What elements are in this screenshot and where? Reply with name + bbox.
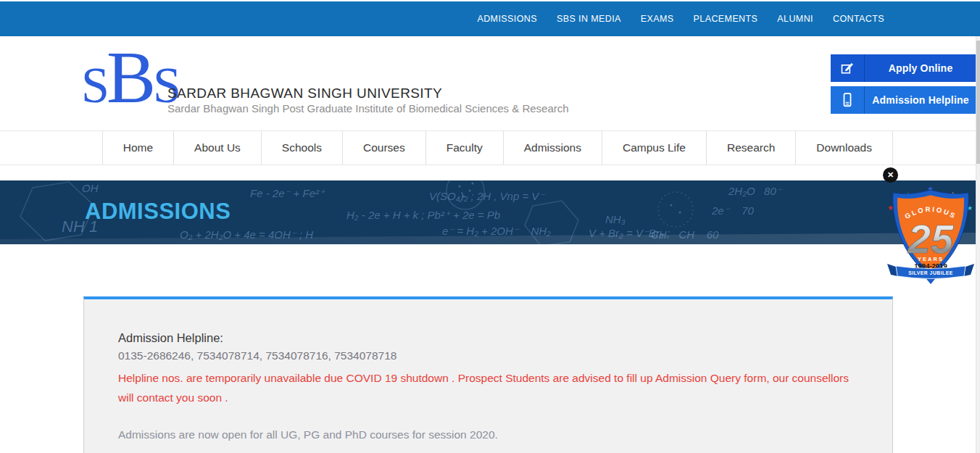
logo-letter: B	[107, 36, 153, 118]
topbar-link-alumni[interactable]: ALUMNI	[777, 14, 813, 24]
chem-formula: NH₃	[605, 213, 626, 225]
logo-letter: S	[81, 57, 107, 113]
nav-item-schools[interactable]: Schools	[261, 131, 342, 165]
admissions-open-note: Admissions are now open for all UG, PG a…	[118, 428, 856, 441]
topbar-link-placements[interactable]: PLACEMENTS	[694, 14, 758, 24]
anniversary-badge: ★ ★ ★ ★ ★ GLORIOUS 25 YEARS 1994-2019 SI…	[886, 178, 976, 286]
nav-item-faculty[interactable]: Faculty	[425, 131, 503, 165]
main-nav: Home About Us Schools Courses Faculty Ad…	[0, 130, 980, 165]
nav-item-research[interactable]: Research	[706, 131, 795, 165]
topbar: ADMISSIONS SBS IN MEDIA EXAMS PLACEMENTS…	[0, 1, 980, 36]
mobile-phone-icon	[831, 86, 865, 114]
admission-helpline-label: Admission Helpline	[865, 86, 976, 114]
sbs-logo[interactable]: SBS	[81, 41, 178, 115]
edit-pencil-icon	[831, 54, 865, 82]
ribbon-tail-left	[887, 264, 897, 276]
chem-formula: O₂ + 2H₂O + 4e = 4OH⁻ ; H	[180, 228, 313, 241]
chem-formula: OH	[82, 182, 99, 194]
apply-online-label: Apply Online	[865, 54, 976, 82]
covid-alert-text: Helpline nos. are temporarily unavailabl…	[118, 368, 856, 407]
chem-formula: 2H₂O 80⁻	[728, 185, 782, 198]
chem-formula: V(SO₄)₂ ; 2H , Vnp = V⁻	[429, 190, 544, 203]
badge-close-button[interactable]: ✕	[883, 167, 898, 183]
university-title: SARDAR BHAGWAN SINGH UNIVERSITY	[167, 86, 442, 101]
nav-item-home[interactable]: Home	[102, 131, 173, 165]
vertical-scrollbar[interactable]	[976, 36, 980, 453]
chem-formula: Fe - 2e⁻ + Fe²⁺	[250, 187, 325, 200]
university-subtitle: Sardar Bhagwan Singh Post Graduate Insti…	[167, 102, 569, 115]
chem-formula: e⁻ = H₂ + 2OH⁻ NH₂	[442, 225, 551, 238]
chem-formula: H₂ - 2e + H + k ; Pb²⁺ + 2e = Pb	[346, 209, 500, 222]
content-panel: Admission Helpline: 0135-2686246, 753407…	[83, 296, 893, 453]
topbar-link-contacts[interactable]: CONTACTS	[833, 14, 884, 24]
badge-25-number: 25	[908, 216, 954, 262]
helpline-numbers: 0135-2686246, 7534078714, 7534078716, 75…	[118, 349, 856, 362]
nav-item-courses[interactable]: Courses	[342, 131, 425, 165]
helpline-heading: Admission Helpline:	[118, 331, 856, 345]
nav-item-admissions[interactable]: Admissions	[503, 131, 602, 165]
scrollbar-thumb[interactable]	[976, 41, 980, 164]
topbar-link-exams[interactable]: EXAMS	[641, 14, 674, 24]
topbar-link-sbs-in-media[interactable]: SBS IN MEDIA	[557, 14, 621, 24]
apply-online-button[interactable]: Apply Online	[831, 54, 976, 82]
nav-item-downloads[interactable]: Downloads	[795, 131, 893, 165]
ribbon-jubilee-label: SILVER JUBILEE	[908, 270, 953, 275]
ribbon-tail-right	[964, 264, 974, 276]
admission-helpline-button[interactable]: Admission Helpline	[831, 86, 976, 114]
chem-formula: CH CH 60	[651, 228, 718, 241]
page-title: ADMISSIONS	[85, 199, 231, 225]
nav-item-campus-life[interactable]: Campus Life	[602, 131, 706, 165]
topbar-link-admissions[interactable]: ADMISSIONS	[477, 14, 537, 24]
nav-item-about-us[interactable]: About Us	[173, 131, 261, 165]
chem-formula: 2e⁻ 70	[712, 204, 754, 217]
hero-banner: OH Fe - 2e⁻ + Fe²⁺ V(SO₄)₂ ; 2H , Vnp = …	[0, 180, 976, 244]
